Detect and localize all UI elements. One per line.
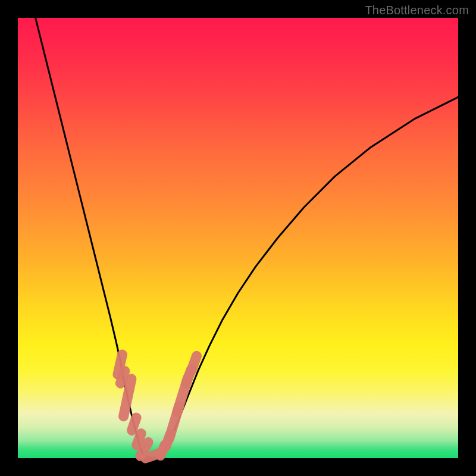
bottleneck-curve: [36, 18, 458, 458]
curve-layer: [36, 18, 458, 458]
curve-marker: [132, 418, 136, 430]
curve-marker: [137, 434, 141, 445]
curve-marker: [120, 371, 124, 383]
chart-svg: [18, 18, 458, 458]
chart-frame: TheBottleneck.com: [0, 0, 476, 476]
curve-marker: [192, 356, 197, 371]
watermark-text: TheBottleneck.com: [365, 4, 469, 17]
